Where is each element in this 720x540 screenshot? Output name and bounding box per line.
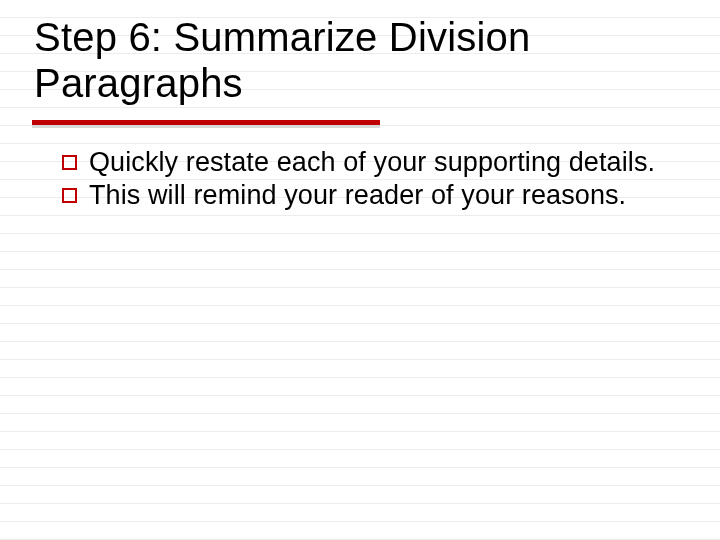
slide-title: Step 6: Summarize Division Paragraphs: [34, 14, 674, 106]
square-bullet-icon: [62, 155, 77, 170]
square-bullet-icon: [62, 188, 77, 203]
list-item: This will remind your reader of your rea…: [62, 179, 662, 212]
bullet-text: This will remind your reader of your rea…: [89, 179, 626, 212]
list-item: Quickly restate each of your supporting …: [62, 146, 662, 179]
slide: Step 6: Summarize Division Paragraphs Qu…: [0, 0, 720, 540]
title-underline-shadow: [32, 125, 380, 128]
body-block: Quickly restate each of your supporting …: [62, 146, 662, 212]
title-block: Step 6: Summarize Division Paragraphs: [34, 14, 674, 106]
bullet-text: Quickly restate each of your supporting …: [89, 146, 655, 179]
